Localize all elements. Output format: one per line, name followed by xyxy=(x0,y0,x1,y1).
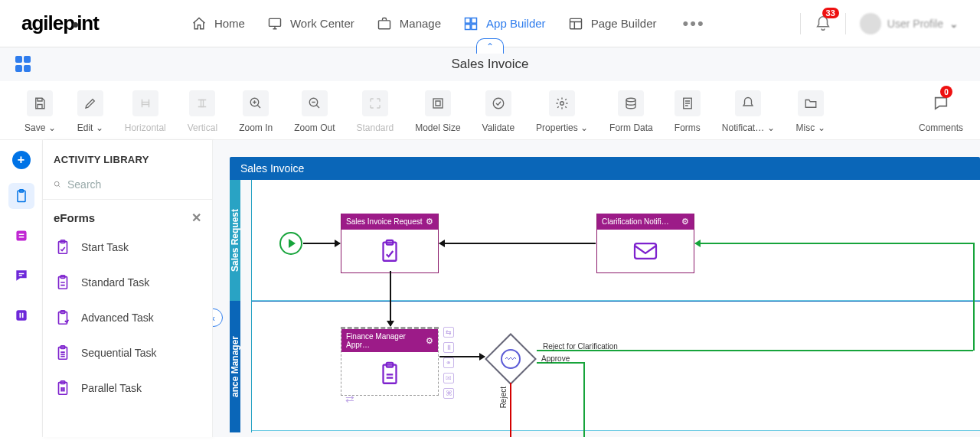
start-event[interactable] xyxy=(279,232,302,255)
svg-rect-0 xyxy=(269,18,280,26)
vertical-button[interactable]: Vertical xyxy=(188,90,217,133)
chat-icon xyxy=(14,268,29,283)
standard-button[interactable]: Standard xyxy=(357,90,394,133)
lib-list: Start Task Standard Task Advanced Task S… xyxy=(43,230,212,406)
process-title: Sales Invoice xyxy=(451,57,528,72)
activity-library-panel: ACTIVITY LIBRARY eForms ✕ Start Task Sta… xyxy=(43,140,213,437)
clipboard-lines-icon xyxy=(377,361,403,387)
toolbar: Save ⌄ Edit ⌄ Horizontal Vertical Zoom I… xyxy=(0,81,980,140)
chevron-down-icon: ⌄ xyxy=(818,122,825,133)
collapse-panel-button[interactable]: ‹ xyxy=(213,308,223,327)
validate-button[interactable]: Validate xyxy=(482,90,514,133)
connector[interactable] xyxy=(439,356,485,357)
forms-button[interactable]: Forms xyxy=(675,90,701,133)
connector[interactable] xyxy=(583,362,585,437)
svg-rect-7 xyxy=(142,103,149,105)
lane-label-sales[interactable]: Sales Request xyxy=(230,180,240,301)
form-data-button[interactable]: Form Data xyxy=(609,90,653,133)
lane-label-finance[interactable]: ance Manager xyxy=(230,301,240,432)
form-data-label: Form Data xyxy=(609,122,653,133)
lib-section-eforms[interactable]: eForms ✕ xyxy=(43,200,212,230)
validate-label: Validate xyxy=(482,122,514,133)
nav-more-button[interactable]: ••• xyxy=(683,14,705,34)
lib-item-standard-task[interactable]: Standard Task xyxy=(43,265,212,300)
process-canvas[interactable]: ‹ Sales Invoice Sales Request ance Manag… xyxy=(213,140,980,437)
horizontal-button[interactable]: Horizontal xyxy=(125,90,166,133)
activity-side-icons[interactable]: ⇆ ⏸ ⚭ ✉ ⌘ xyxy=(443,327,454,399)
mail-small-icon[interactable]: ✉ xyxy=(443,373,454,383)
zoom-in-button[interactable]: Zoom In xyxy=(239,90,273,133)
pause-small-icon[interactable]: ⏸ xyxy=(443,342,454,353)
lib-item-advanced-task[interactable]: Advanced Task xyxy=(43,300,212,335)
horizontal-label: Horizontal xyxy=(125,122,166,133)
apps-icon[interactable] xyxy=(15,56,32,73)
connector[interactable] xyxy=(695,243,974,244)
add-button[interactable]: + xyxy=(12,151,31,169)
connector-reject[interactable] xyxy=(510,383,511,437)
advanced-task-icon xyxy=(54,308,72,327)
save-label: Save xyxy=(24,122,45,133)
notifications-button[interactable]: 33 xyxy=(815,15,831,32)
lane-container: Sales Request ance Manager Sales Invoice… xyxy=(230,180,980,432)
connector[interactable] xyxy=(303,243,340,244)
svg-rect-3 xyxy=(472,18,477,23)
standard-label: Standard xyxy=(357,122,394,133)
envelope-icon xyxy=(632,240,658,262)
group-icon[interactable]: ⚭ xyxy=(443,357,454,368)
nav-work-label: Work Center xyxy=(290,17,354,30)
nav-work-center[interactable]: Work Center xyxy=(266,14,354,34)
horizontal-icon xyxy=(132,90,158,116)
properties-button[interactable]: Properties ⌄ xyxy=(536,90,588,133)
model-size-button[interactable]: Model Size xyxy=(415,90,460,133)
work-area: + ACTIVITY LIBRARY eForms ✕ Start Task S… xyxy=(0,140,980,437)
chevron-down-icon: ⌄ xyxy=(580,122,588,133)
rail-chat[interactable] xyxy=(8,263,34,289)
loop-icon[interactable]: ⇄ xyxy=(345,393,354,405)
chevron-down-icon: ⌄ xyxy=(767,122,775,133)
lib-item-sequential-task[interactable]: Sequential Task xyxy=(43,335,212,370)
monitor-icon xyxy=(266,15,283,32)
lib-row-label: Start Task xyxy=(81,241,129,253)
home-icon xyxy=(191,15,207,32)
activity-clarification-notification[interactable]: Clarification Notifi…⚙ xyxy=(596,214,694,273)
nav-home[interactable]: Home xyxy=(191,14,245,34)
connector[interactable] xyxy=(973,243,975,351)
org-icon[interactable]: ⌘ xyxy=(443,388,454,399)
nav-manage[interactable]: Manage xyxy=(376,14,441,34)
misc-label: Misc xyxy=(796,122,815,133)
svg-rect-5 xyxy=(472,24,477,29)
save-button[interactable]: Save ⌄ xyxy=(24,90,56,133)
comments-button[interactable]: 0 Comments xyxy=(919,90,963,133)
user-menu[interactable]: User Profile ⌄ xyxy=(860,13,959,34)
gear-icon[interactable]: ⚙ xyxy=(426,336,433,346)
activity-sales-invoice-request[interactable]: Sales Invoice Request⚙ xyxy=(341,214,439,273)
search-input[interactable] xyxy=(67,178,201,191)
close-icon[interactable]: ✕ xyxy=(191,210,201,225)
nav-app-builder[interactable]: App Builder xyxy=(462,14,546,34)
connector[interactable] xyxy=(439,243,596,244)
lib-item-start-task[interactable]: Start Task xyxy=(43,230,212,265)
divider xyxy=(845,13,846,34)
svg-point-14 xyxy=(626,98,635,102)
collapse-nav-button[interactable]: ⌃ xyxy=(476,38,504,54)
lanes[interactable]: Sales Invoice Request⚙ Clarification Not… xyxy=(251,180,980,432)
svg-point-13 xyxy=(560,102,564,106)
rail-pause[interactable] xyxy=(8,302,34,328)
gear-icon[interactable]: ⚙ xyxy=(426,217,433,227)
nav-page-builder[interactable]: Page Builder xyxy=(567,14,657,34)
nav-app-label: App Builder xyxy=(486,17,546,30)
activity-title: Sales Invoice Request xyxy=(346,217,423,226)
gear-icon[interactable]: ⚙ xyxy=(681,217,689,227)
lib-item-parallel-task[interactable]: Parallel Task xyxy=(43,370,212,406)
edit-button[interactable]: Edit ⌄ xyxy=(77,90,103,133)
zoom-out-button[interactable]: Zoom Out xyxy=(294,90,335,133)
library-search[interactable] xyxy=(43,173,212,200)
briefcase-icon xyxy=(376,15,393,32)
activity-finance-manager-approval[interactable]: Finance Manager Appr…⚙ xyxy=(341,327,439,396)
svg-rect-2 xyxy=(466,18,471,23)
rail-clipboard[interactable] xyxy=(8,183,34,209)
swap-icon[interactable]: ⇆ xyxy=(443,327,454,338)
notifications-tool-button[interactable]: Notificat… ⌄ xyxy=(722,90,775,133)
misc-button[interactable]: Misc ⌄ xyxy=(796,90,825,133)
rail-form[interactable] xyxy=(8,223,34,249)
